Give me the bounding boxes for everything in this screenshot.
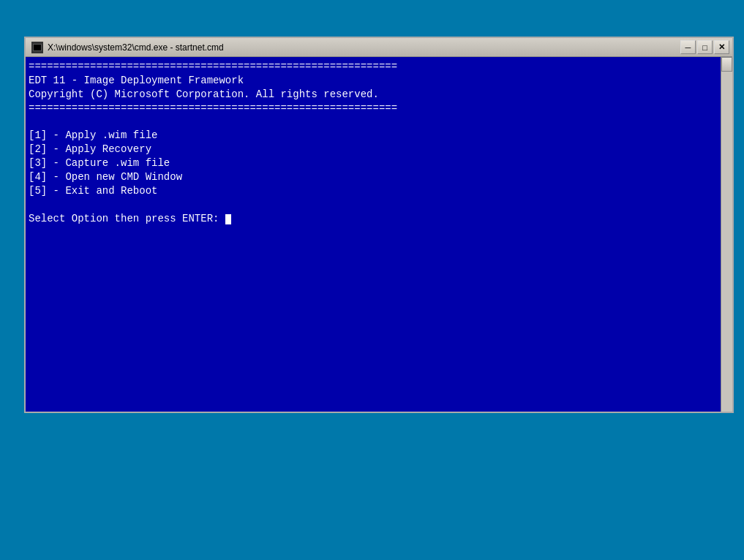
- separator-bottom: ========================================…: [29, 102, 397, 114]
- cmd-icon: [31, 42, 43, 53]
- title-buttons: ─ □ ✕: [680, 40, 729, 54]
- menu-item-5: [5] - Exit and Reboot: [29, 185, 157, 197]
- cmd-icon-inner: [33, 44, 42, 51]
- console-content: ========================================…: [29, 60, 729, 226]
- separator-top: ========================================…: [29, 61, 397, 72]
- menu-item-3: [3] - Capture .wim file: [29, 157, 170, 169]
- minimize-button[interactable]: ─: [680, 40, 696, 54]
- cmd-window[interactable]: X:\windows\system32\cmd.exe - startnet.c…: [24, 37, 734, 413]
- title-bar: X:\windows\system32\cmd.exe - startnet.c…: [26, 38, 732, 57]
- line2: Copyright (C) Microsoft Corporation. All…: [29, 88, 379, 100]
- menu-item-4: [4] - Open new CMD Window: [29, 171, 182, 183]
- scrollbar[interactable]: [721, 57, 732, 412]
- menu-item-2: [2] - Apply Recovery: [29, 143, 151, 155]
- line1: EDT 11 - Image Deployment Framework: [29, 75, 244, 86]
- title-bar-left: X:\windows\system32\cmd.exe - startnet.c…: [31, 42, 224, 53]
- menu-item-1: [1] - Apply .wim file: [29, 129, 157, 141]
- console-body[interactable]: ========================================…: [26, 57, 732, 412]
- window-title: X:\windows\system32\cmd.exe - startnet.c…: [48, 42, 224, 53]
- restore-button[interactable]: □: [697, 40, 713, 54]
- cursor: [225, 214, 231, 224]
- scrollbar-thumb[interactable]: [721, 57, 732, 72]
- close-button[interactable]: ✕: [714, 40, 729, 54]
- prompt: Select Option then press ENTER:: [29, 213, 225, 224]
